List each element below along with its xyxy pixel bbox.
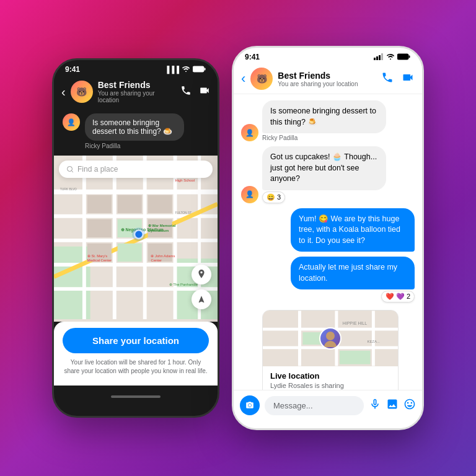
chat-name-left: Best Friends [98, 80, 175, 90]
share-location-button[interactable]: Share your location [63, 328, 209, 353]
message-input[interactable]: Message... [265, 396, 364, 415]
svg-text:Medical Center: Medical Center [87, 258, 112, 262]
message-bubble-left: Is someone bringing dessert to this thin… [85, 113, 184, 141]
svg-rect-18 [148, 195, 172, 213]
phone-left: 9:41 ▐▐▐ ‹ 🐻 Be [52, 58, 219, 418]
svg-rect-16 [87, 195, 112, 213]
svg-text:⊕ War Memorial: ⊕ War Memorial [148, 224, 176, 227]
video-icon-left[interactable] [199, 85, 210, 99]
reactions-2: 😄 3 [262, 192, 386, 203]
map-left[interactable]: ⊕ Negoesco Stadium ⊕ War Memorial Gymnas… [54, 156, 218, 322]
share-notice: Your live location will be shared for 1 … [63, 358, 209, 376]
svg-line-40 [71, 170, 73, 172]
svg-point-58 [249, 404, 252, 407]
search-placeholder: Find a place [77, 165, 118, 174]
bubble-2: Got us cupcakes! 🧁 Though... just got he… [262, 146, 386, 190]
back-button-left[interactable]: ‹ [61, 85, 66, 99]
location-map-preview: HIPPIE HILL KEZA... [263, 311, 398, 366]
input-bar: Message... [234, 390, 422, 420]
svg-text:High School: High School [175, 178, 195, 182]
header-info-left: Best Friends You are sharing your locati… [98, 80, 175, 104]
wifi-icon-left [182, 66, 190, 73]
reaction-badge-4: ❤️ 💜 2 [381, 291, 415, 302]
svg-rect-54 [340, 351, 371, 364]
location-card-row: HIPPIE HILL KEZA... [241, 307, 415, 390]
search-bar-left[interactable]: Find a place [59, 161, 213, 178]
message-placeholder: Message... [273, 401, 313, 410]
svg-text:HIPPIE HILL: HIPPIE HILL [343, 321, 367, 325]
svg-rect-41 [374, 58, 376, 60]
phone-right: 9:41 [232, 46, 424, 430]
svg-text:⊕ John Adams: ⊕ John Adams [151, 254, 175, 258]
chat-header-right: ‹ 🐻 Best Friends You are sharing your lo… [234, 64, 422, 94]
reactions-4: ❤️ 💜 2 [291, 291, 415, 302]
avatar-left: 🐻 [71, 81, 93, 103]
svg-rect-17 [118, 195, 142, 213]
svg-rect-22 [118, 244, 142, 262]
input-icons [369, 398, 416, 413]
wifi-icon-right [386, 53, 395, 61]
chat-subtitle-right: You are sharing your location [278, 81, 376, 87]
header-actions-left [180, 85, 210, 99]
svg-text:FULTON ST: FULTON ST [175, 211, 192, 214]
svg-text:⊕ St. Mary's: ⊕ St. Mary's [87, 254, 108, 258]
svg-text:Gymnasium: Gymnasium [148, 229, 169, 232]
bottom-section-left: Share your location Your live location w… [54, 322, 218, 386]
svg-text:Center: Center [151, 258, 162, 262]
svg-text:⊕ The Panhandle: ⊕ The Panhandle [169, 283, 198, 286]
video-icon-right[interactable] [401, 71, 415, 86]
image-icon[interactable] [386, 398, 399, 413]
call-icon-left[interactable] [180, 85, 192, 99]
signal-icon-left: ▐▐▐ [165, 66, 179, 73]
home-indicator-left [54, 386, 218, 403]
avatar-right: 🐻 [250, 68, 273, 90]
time-right: 9:41 [245, 53, 260, 61]
bubble-1: Is someone bringing dessert to this thin… [262, 100, 386, 133]
sender-name-left: Ricky Padilla [85, 143, 184, 149]
message-row-2: 👤 Got us cupcakes! 🧁 Though... just got … [241, 146, 415, 203]
svg-rect-0 [193, 66, 204, 72]
status-bar-left: 9:41 ▐▐▐ [54, 60, 218, 76]
sender-avatar-2: 👤 [241, 186, 258, 203]
back-button-right[interactable]: ‹ [241, 71, 245, 87]
battery-icon-right [397, 53, 411, 61]
bubble-4: Actually let me just share my location. [291, 257, 415, 289]
mic-icon[interactable] [369, 398, 381, 413]
sender-avatar-left: 👤 [63, 113, 80, 131]
location-card-info: Live location Lydie Rosales is sharing [263, 366, 398, 389]
call-icon-right[interactable] [381, 71, 394, 86]
svg-text:KEZA...: KEZA... [367, 340, 380, 343]
camera-button[interactable] [240, 395, 260, 415]
message-row-1: 👤 Is someone bringing dessert to this th… [241, 100, 415, 141]
svg-rect-43 [379, 55, 381, 60]
battery-icon-left [193, 66, 206, 74]
live-location-title: Live location [270, 371, 390, 381]
messages-area: 👤 Is someone bringing dessert to this th… [234, 94, 422, 390]
pin-button[interactable] [192, 265, 211, 284]
sender-avatar-1: 👤 [241, 124, 258, 141]
svg-point-57 [326, 332, 335, 340]
reaction-badge-2: 😄 3 [262, 192, 285, 203]
time-left: 9:41 [65, 65, 80, 74]
message-row-3: Yum! 😋 We are by this huge tree, with a … [241, 208, 415, 252]
emoji-icon[interactable] [403, 398, 416, 413]
svg-rect-45 [397, 54, 408, 60]
chat-name-right: Best Friends [278, 71, 376, 81]
svg-rect-1 [205, 68, 206, 70]
svg-point-38 [132, 227, 146, 241]
navigate-button[interactable] [192, 289, 211, 309]
message-row-4: Actually let me just share my location. … [241, 257, 415, 302]
svg-rect-19 [87, 219, 112, 237]
live-location-sub: Lydie Rosales is sharing [270, 382, 390, 389]
status-bar-right: 9:41 [234, 48, 422, 64]
svg-rect-46 [409, 55, 410, 58]
chat-header-left: ‹ 🐻 Best Friends You are sharing your lo… [54, 76, 218, 107]
location-card[interactable]: HIPPIE HILL KEZA... [262, 310, 399, 390]
header-actions-right [381, 71, 415, 86]
header-info-right: Best Friends You are sharing your locati… [278, 71, 376, 87]
signal-icon-right [374, 53, 384, 61]
svg-rect-42 [376, 56, 378, 60]
svg-rect-44 [381, 53, 383, 60]
bubble-3: Yum! 😋 We are by this huge tree, with a … [291, 208, 415, 252]
loc-avatar [319, 327, 342, 350]
